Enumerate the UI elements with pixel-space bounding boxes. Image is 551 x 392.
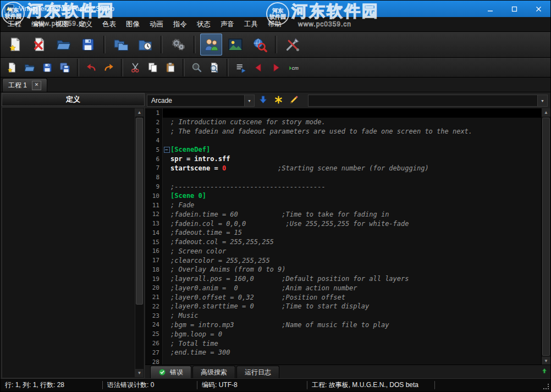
save-file-button[interactable]	[40, 60, 55, 75]
cut-button[interactable]	[128, 60, 143, 75]
code-line-10[interactable]: 10[Scene 0]	[145, 191, 542, 201]
menu-item-12[interactable]: 帮助	[263, 17, 286, 31]
resize-grip[interactable]	[543, 384, 549, 389]
tab-project-1[interactable]: 工程 1 ✕	[2, 78, 47, 92]
close-button[interactable]	[526, 1, 550, 17]
scroll-up-icon[interactable]: ▲	[542, 108, 550, 117]
bottom-tab-errors[interactable]: 错误	[150, 366, 191, 378]
line-number: 9	[145, 182, 163, 191]
code-line-24[interactable]: 24;bgm = intro.mp3 ;Name of music file t…	[145, 321, 542, 330]
line-number: 27	[145, 348, 163, 357]
chevron-down-icon[interactable]: ▼	[537, 95, 547, 106]
apply-section-button[interactable]	[256, 94, 270, 108]
code-line-6[interactable]: 6spr = intro.sff	[145, 154, 542, 164]
definitions-list[interactable]: ▲ ▼	[2, 107, 145, 378]
code-line-27[interactable]: 27;end.time = 300	[145, 348, 542, 357]
scroll-up-icon[interactable]: ▲	[135, 108, 144, 117]
code-line-28[interactable]: 28	[145, 357, 542, 365]
code-line-21[interactable]: 21;layer0.offset = 0,32 ;Position offset	[145, 292, 542, 302]
code-line-2[interactable]: 2; Introduction cutscene for story mode.	[145, 118, 542, 127]
zoom-page-button[interactable]	[207, 60, 222, 75]
code-line-8[interactable]: 8	[145, 173, 542, 182]
bottom-tab-run-log[interactable]: 运行日志	[236, 366, 279, 378]
code-line-13[interactable]: 13;fadein.col = 0,0,0 ;Use 255,255,255 f…	[145, 219, 542, 228]
menu-item-6[interactable]: 图像	[121, 17, 145, 31]
code-line-4[interactable]: 4	[145, 136, 542, 145]
tools-button[interactable]	[282, 34, 304, 56]
line-list-button[interactable]	[233, 60, 249, 75]
code-line-9[interactable]: 9;--------------------------------------	[145, 182, 542, 191]
save-project-button[interactable]	[77, 34, 99, 56]
scrollbar-thumb[interactable]	[542, 118, 550, 356]
menu-item-3[interactable]: 视图	[50, 17, 74, 31]
scroll-down-icon[interactable]: ▼	[135, 369, 144, 377]
menu-item-9[interactable]: 状态	[192, 17, 216, 31]
code-line-25[interactable]: 25;bgm.loop = 0	[145, 329, 542, 339]
code-line-3[interactable]: 3; The fadein and fadeout parameters are…	[145, 127, 542, 136]
settings-gears-button[interactable]	[167, 34, 189, 56]
code-line-1[interactable]: 1	[145, 108, 542, 118]
tab-close-icon[interactable]: ✕	[32, 81, 41, 90]
menu-item-8[interactable]: 指令	[168, 17, 192, 31]
code-line-14[interactable]: 14;fadeout.time = 15	[145, 228, 542, 238]
menu-item-1[interactable]: 工程	[3, 17, 26, 31]
stages-button[interactable]	[224, 34, 246, 56]
minimize-button[interactable]	[478, 1, 502, 17]
new-section-button[interactable]	[272, 94, 285, 108]
toolbar-separator	[194, 36, 196, 53]
code-line-7[interactable]: 7startscene = 0 ;Starting scene number (…	[145, 164, 542, 173]
open-files-button[interactable]	[110, 34, 132, 56]
code-line-20[interactable]: 20;layer0.anim = 0 ;Anim action number	[145, 284, 542, 293]
scroll-down-icon[interactable]: ▼	[542, 357, 550, 365]
open-file-button[interactable]	[22, 60, 37, 75]
paste-button[interactable]	[163, 60, 178, 75]
scrollbar-thumb[interactable]	[136, 118, 143, 305]
code-line-23[interactable]: 23; Music	[145, 311, 542, 321]
search-globe-button[interactable]	[249, 34, 271, 56]
mode-select[interactable]: Arcade ▼	[147, 95, 255, 107]
characters-button[interactable]	[200, 34, 222, 56]
code-line-17[interactable]: 17;clearcolor = 255,255,255	[145, 256, 542, 265]
undo-button[interactable]	[84, 60, 99, 75]
new-project-button[interactable]	[4, 34, 26, 56]
code-text: ; Music	[170, 312, 199, 319]
chevron-down-icon[interactable]: ▼	[244, 95, 254, 106]
maximize-button[interactable]	[502, 1, 526, 17]
editor-scrollbar[interactable]: ▲ ▼	[541, 108, 550, 365]
nav-forward-button[interactable]	[268, 60, 284, 75]
new-file-button[interactable]	[4, 60, 20, 75]
bottom-tab-advanced-search[interactable]: 高级搜索	[192, 366, 235, 378]
code-line-26[interactable]: 26; Total time	[145, 339, 542, 348]
zoom-button[interactable]	[189, 60, 205, 75]
copy-button[interactable]	[145, 60, 161, 75]
menu-item-10[interactable]: 声音	[216, 17, 239, 31]
code-line-19[interactable]: 19;layerall.pos = 160,0 ;Default positio…	[145, 274, 542, 284]
open-project-button[interactable]	[53, 34, 75, 56]
code-line-22[interactable]: 22;layer0.starttime = 0 ;Time to start d…	[145, 302, 542, 311]
edit-section-button[interactable]	[287, 94, 301, 108]
toolbar-separator	[103, 36, 106, 53]
code-editor[interactable]: 12; Introduction cutscene for story mode…	[145, 108, 550, 365]
code-line-11[interactable]: 11; Fade	[145, 201, 542, 210]
section-select[interactable]: ▼	[308, 95, 548, 107]
menu-item-7[interactable]: 动画	[145, 17, 168, 31]
save-all-button[interactable]	[57, 60, 73, 75]
fold-marker-icon[interactable]: −	[163, 145, 170, 154]
open-file-icon	[24, 62, 36, 74]
redo-button[interactable]	[101, 60, 117, 75]
nav-back-button[interactable]	[251, 60, 266, 75]
code-line-5[interactable]: 5−[SceneDef]	[145, 145, 542, 154]
code-line-18[interactable]: 18; Overlay Anims (from 0 to 9)	[145, 265, 542, 274]
cm-tool-button[interactable]: cm	[286, 60, 301, 75]
code-line-16[interactable]: 16; Screen color	[145, 246, 542, 256]
menu-item-11[interactable]: 工具	[239, 17, 263, 31]
menu-item-2[interactable]: 编辑	[26, 17, 50, 31]
close-project-button[interactable]	[29, 34, 51, 56]
recent-files-button[interactable]	[134, 34, 156, 56]
definitions-scrollbar[interactable]: ▲ ▼	[135, 108, 144, 377]
menu-item-5[interactable]: 色表	[97, 17, 121, 31]
code-line-12[interactable]: 12;fadein.time = 60 ;Time to take for fa…	[145, 209, 542, 219]
scroll-to-top-button[interactable]	[539, 366, 550, 377]
code-line-15[interactable]: 15;fadeout.col = 255,255,255	[145, 238, 542, 247]
menu-item-4[interactable]: 定义	[74, 17, 97, 31]
